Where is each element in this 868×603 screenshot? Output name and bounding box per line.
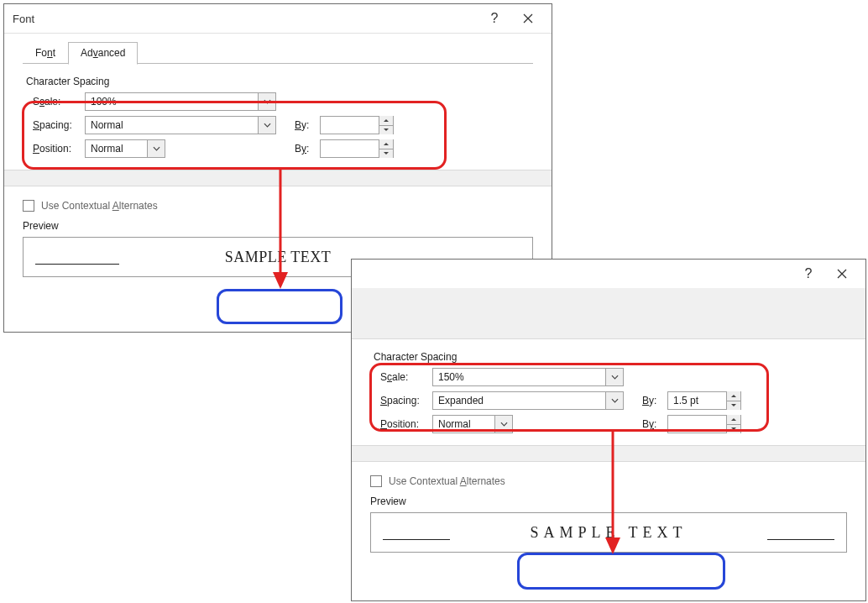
label-contextual-2: Use Contextual Alternates (389, 475, 505, 487)
spacing-value-1: Normal (86, 119, 258, 131)
preview-text-2: SAMPLE TEXT (530, 524, 687, 542)
spacing-value-2: Expanded (433, 395, 605, 406)
position-by-spinner-1[interactable] (320, 139, 394, 158)
pane-character-spacing-1: Character Spacing Scale: 100% Spacing: N… (4, 64, 552, 170)
spacing-by-value-2: 1.5 pt (668, 395, 726, 406)
label-spacing-1: Spacing: (33, 119, 85, 131)
chevron-down-icon (605, 369, 623, 385)
scale-value-1: 100% (86, 96, 258, 107)
contextual-alternates-checkbox-2[interactable] (370, 475, 382, 487)
chevron-down-icon (258, 117, 275, 134)
spacing-by-spinner-2[interactable]: 1.5 pt (667, 391, 741, 410)
tab-advanced[interactable]: Advanced (68, 42, 138, 65)
row-contextual-alts-2: Use Contextual Alternates (370, 475, 847, 487)
titlebar-1: Font ? (4, 4, 552, 34)
label-spacing-2: Spacing: (380, 395, 432, 406)
group-character-spacing-1: Character Spacing (23, 76, 533, 87)
chevron-down-icon (258, 93, 275, 110)
position-combo-2[interactable]: Normal (432, 415, 513, 433)
spinner-icon (379, 139, 393, 158)
label-contextual-1: Use Contextual Alternates (41, 200, 158, 212)
spinner-icon (379, 116, 393, 134)
tab-font[interactable]: Font (23, 42, 68, 64)
dialog-title: Font (13, 13, 478, 25)
label-scale-2: Scale: (380, 371, 432, 383)
label-scale-1: Scale: (33, 96, 85, 107)
group-character-spacing-2: Character Spacing (370, 351, 847, 363)
row-contextual-alts-1: Use Contextual Alternates (23, 200, 533, 212)
position-value-1: Normal (86, 143, 147, 155)
scale-value-2: 150% (433, 371, 605, 383)
label-position-2: Position: (380, 418, 432, 430)
titlebar-2: ? (352, 260, 865, 288)
spinner-icon (726, 415, 740, 433)
label-by-1a: By: (295, 119, 320, 131)
contextual-alternates-checkbox-1[interactable] (23, 200, 34, 212)
chevron-down-icon (494, 416, 512, 433)
chevron-down-icon (147, 140, 165, 157)
label-preview-1: Preview (23, 220, 533, 232)
help-button-2[interactable]: ? (792, 261, 825, 286)
close-button-2[interactable] (825, 261, 859, 286)
label-preview-2: Preview (370, 496, 847, 507)
spacing-combo-2[interactable]: Expanded (432, 391, 624, 410)
scale-combo-1[interactable]: 100% (85, 92, 276, 111)
pane-character-spacing-2: Character Spacing Scale: 150% Spacing: E… (352, 339, 865, 445)
close-button[interactable] (511, 6, 545, 31)
position-combo-1[interactable]: Normal (85, 139, 165, 158)
label-by-1b: By: (295, 143, 320, 155)
preview-box-2: SAMPLE TEXT (370, 512, 847, 553)
close-icon (523, 13, 533, 24)
font-dialog-2: ? Character Spacing Scale: 150% Spacing:… (351, 259, 866, 601)
pane-lower-2: Use Contextual Alternates Preview SAMPLE… (352, 462, 865, 569)
chevron-down-icon (605, 392, 623, 409)
label-by-2a: By: (642, 395, 667, 406)
position-by-spinner-2[interactable] (667, 415, 741, 433)
scale-combo-2[interactable]: 150% (432, 368, 624, 386)
spacing-by-spinner-1[interactable] (320, 116, 394, 134)
spinner-icon (726, 391, 740, 410)
tabs-1: Font Advanced (4, 40, 552, 64)
position-value-2: Normal (433, 418, 494, 430)
help-button[interactable]: ? (478, 6, 511, 31)
label-by-2b: By: (642, 418, 667, 430)
spacing-combo-1[interactable]: Normal (85, 116, 276, 134)
close-icon (837, 269, 847, 279)
preview-text-1: SAMPLE TEXT (225, 249, 332, 266)
label-position-1: Position: (33, 143, 85, 155)
